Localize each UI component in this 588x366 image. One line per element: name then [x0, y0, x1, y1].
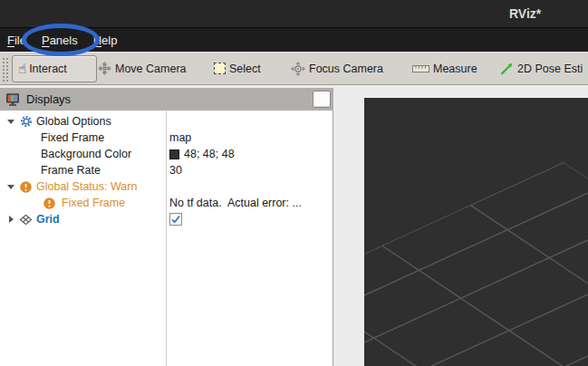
toolbar: ☝ Interact Move Camera Select — [0, 52, 588, 85]
color-swatch — [169, 149, 179, 159]
expander-closed-icon[interactable] — [6, 216, 15, 223]
tree-row-global-options[interactable]: Global Options — [0, 113, 333, 130]
menu-help[interactable]: Help — [92, 34, 120, 47]
displays-panel-title: Displays — [26, 92, 71, 106]
warning-icon — [19, 180, 33, 194]
row-label: Global Status: Warn — [36, 180, 137, 193]
toolbar-drag-handle[interactable] — [2, 57, 8, 82]
tool-measure-label: Measure — [433, 63, 477, 75]
checkmark-icon — [170, 214, 181, 225]
tool-select[interactable]: Select — [214, 53, 261, 84]
displays-panel-header[interactable]: Displays — [0, 88, 333, 111]
green-arrow-icon — [499, 62, 514, 76]
panel-header-button[interactable] — [313, 91, 331, 108]
gear-icon — [19, 115, 33, 129]
menu-bar: File Panels Help — [0, 27, 588, 52]
tree-row-global-status[interactable]: Global Status: Warn — [0, 178, 333, 195]
row-label: Fixed Frame — [41, 131, 104, 144]
tool-2d-pose-estimate-label: 2D Pose Esti — [517, 63, 583, 75]
selection-box-icon — [214, 63, 226, 74]
main-area: Displays Global Options — [0, 85, 588, 366]
frame-rate-value[interactable]: 30 — [169, 164, 182, 177]
grid-enabled-checkbox[interactable] — [169, 213, 182, 226]
fixed-frame-value[interactable]: map — [169, 131, 191, 144]
title-bar: RViz* — [0, 0, 588, 27]
ruler-icon — [412, 64, 429, 73]
row-label: Grid — [36, 213, 60, 226]
tree-row-status-fixed-frame[interactable]: Fixed Frame No tf data. Actual error: ..… — [0, 195, 333, 211]
tool-focus-camera-label: Focus Camera — [309, 63, 383, 75]
background-color-value[interactable]: 48; 48; 48 — [184, 148, 235, 160]
warning-icon — [43, 197, 56, 210]
ground-grid — [364, 98, 588, 366]
tool-move-camera-label: Move Camera — [115, 63, 187, 75]
tool-select-label: Select — [229, 63, 261, 75]
row-label: Frame Rate — [41, 164, 101, 177]
3d-viewport[interactable] — [364, 98, 588, 366]
tree-row-fixed-frame[interactable]: Fixed Frame map — [0, 130, 333, 146]
tool-focus-camera[interactable]: Focus Camera — [291, 53, 383, 84]
row-label: Fixed Frame — [62, 197, 125, 209]
tool-interact-button[interactable]: ☝ Interact — [12, 55, 97, 82]
tree-row-grid[interactable]: Grid — [0, 211, 333, 227]
expander-open-icon[interactable] — [6, 120, 15, 124]
expander-open-icon[interactable] — [6, 185, 15, 189]
focus-crosshair-icon — [291, 62, 305, 76]
tree-row-frame-rate[interactable]: Frame Rate 30 — [0, 162, 333, 178]
tool-measure[interactable]: Measure — [412, 53, 477, 84]
tool-interact-label: Interact — [29, 63, 67, 75]
hand-pointer-icon: ☝ — [18, 63, 26, 76]
row-label: Global Options — [36, 115, 111, 128]
window-title: RViz* — [509, 0, 541, 27]
tool-move-camera[interactable]: Move Camera — [98, 53, 187, 84]
grid-display-icon — [19, 213, 33, 226]
move-arrows-icon — [98, 62, 111, 75]
menu-panels[interactable]: Panels — [40, 34, 80, 47]
tool-2d-pose-estimate[interactable]: 2D Pose Esti — [499, 53, 583, 84]
displays-tree: Global Options Fixed Frame map Backgroun… — [0, 111, 333, 366]
rviz-window: RViz* File Panels Help ☝ Interact — [0, 0, 588, 366]
menu-file[interactable]: File — [5, 34, 28, 47]
status-message: No tf data. Actual error: ... — [169, 197, 302, 209]
monitor-icon — [5, 92, 20, 107]
tree-row-background-color[interactable]: Background Color 48; 48; 48 — [0, 146, 333, 162]
row-label: Background Color — [41, 148, 131, 160]
